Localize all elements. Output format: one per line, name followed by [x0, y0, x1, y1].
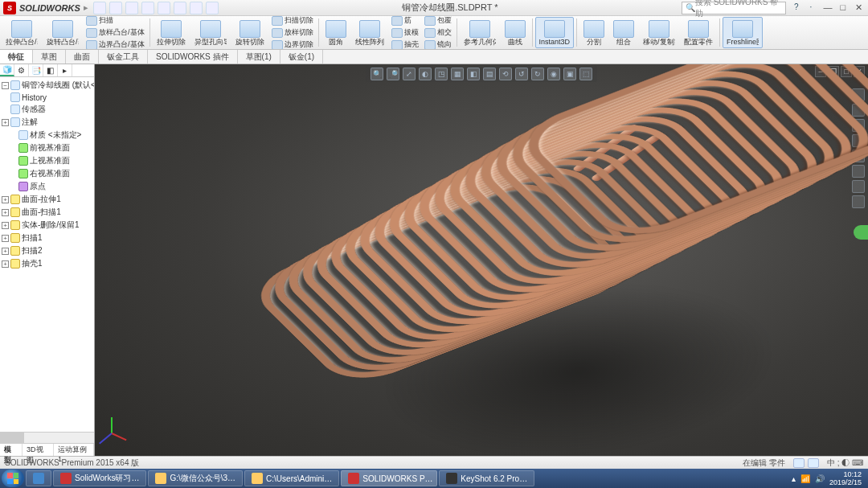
- ribbon-Instant3D[interactable]: Instant3D: [535, 17, 575, 48]
- ribbon-[interactable]: 移动/复制实体: [639, 17, 679, 48]
- ribbon-抽壳[interactable]: 抽壳: [389, 39, 421, 50]
- qat-redo-icon[interactable]: [174, 2, 186, 14]
- whatsnew-icon[interactable]: ·: [805, 2, 817, 14]
- ribbon-tab-草图(1)[interactable]: 草图(1): [238, 50, 280, 64]
- view-tool-3[interactable]: ◐: [419, 68, 432, 80]
- qat-open-icon[interactable]: [109, 2, 122, 14]
- view-tool-13[interactable]: ⬚: [579, 68, 592, 80]
- help-search-input[interactable]: 🔍 搜索 SOLIDWORKS 帮助: [682, 2, 786, 14]
- ribbon-tab-曲面[interactable]: 曲面: [66, 50, 99, 64]
- taskbar-item[interactable]: KeyShot 6.2 Pro…: [439, 470, 534, 486]
- brand-dropdown-icon[interactable]: ▸: [84, 2, 88, 13]
- ribbon-放样切除[interactable]: 放样切除: [269, 27, 316, 39]
- ribbon-扫描[interactable]: 扫描: [84, 16, 147, 27]
- feature-panel-hscroll[interactable]: [0, 432, 94, 443]
- taskbar-item[interactable]: SolidWorks研习…: [53, 470, 146, 486]
- view-tool-0[interactable]: 🔍: [371, 68, 383, 80]
- tree-node-原点[interactable]: 原点: [2, 180, 92, 193]
- ribbon-tab-钣金(1)[interactable]: 钣金(1): [280, 50, 323, 64]
- ribbon-包覆[interactable]: 包覆: [422, 16, 454, 27]
- task-pane-tab-6[interactable]: [852, 180, 865, 193]
- graphics-viewport[interactable]: 🔍🔎⤢◐◳▦◧▤⟲↺↻◉▣⬚ – ❐ □ ✕: [95, 64, 868, 456]
- ribbon-[interactable]: 组合: [609, 17, 638, 48]
- task-pane-tab-7[interactable]: [852, 195, 865, 208]
- close-button[interactable]: ✕: [852, 2, 865, 13]
- view-tool-12[interactable]: ▣: [563, 68, 576, 80]
- help-icon[interactable]: ?: [791, 2, 802, 14]
- ribbon-[interactable]: 线性阵列: [351, 17, 388, 48]
- ime-indicator[interactable]: 中 ; ◐ ⌨: [827, 457, 863, 469]
- view-tool-2[interactable]: ⤢: [403, 68, 416, 80]
- tree-toggle-icon[interactable]: +: [2, 260, 9, 268]
- view-tool-10[interactable]: ↻: [531, 68, 544, 80]
- view-tool-6[interactable]: ◧: [467, 68, 480, 80]
- ribbon-镜向[interactable]: 镜向: [422, 39, 454, 50]
- tree-toggle-icon[interactable]: +: [2, 248, 9, 255]
- maximize-button[interactable]: □: [837, 2, 850, 12]
- tray-network-icon[interactable]: 📶: [800, 474, 810, 483]
- view-tool-5[interactable]: ▦: [451, 68, 464, 80]
- orientation-triad[interactable]: [101, 408, 133, 440]
- minimize-button[interactable]: —: [821, 2, 834, 12]
- start-button[interactable]: [2, 470, 24, 487]
- ribbon-tab-SOLIDWORKS 插件[interactable]: SOLIDWORKS 插件: [148, 50, 238, 64]
- motion-tab-运动算例1[interactable]: 运动算例1: [54, 444, 94, 456]
- fm-tab-tree-icon[interactable]: 🧊: [0, 64, 14, 76]
- tree-toggle-icon[interactable]: +: [2, 222, 9, 229]
- tree-node-前视基准面[interactable]: 前视基准面: [2, 141, 92, 154]
- qat-rebuild-icon[interactable]: [206, 2, 219, 14]
- taskbar-clock[interactable]: 10:12 2019/2/15: [829, 470, 862, 486]
- qat-print-icon[interactable]: [141, 2, 154, 14]
- ribbon-放样凸台/基体[interactable]: 放样凸台/基体: [84, 27, 147, 39]
- taskbar-item[interactable]: C:\Users\Admini…: [244, 470, 339, 486]
- ribbon-[interactable]: 圆角: [321, 17, 350, 48]
- taskbar-item[interactable]: [26, 470, 51, 486]
- qat-save-icon[interactable]: [125, 2, 138, 14]
- task-pane-tab-5[interactable]: [852, 165, 865, 178]
- ribbon-筋[interactable]: 筋: [389, 16, 421, 27]
- fm-tab-more-icon[interactable]: ▸: [58, 64, 72, 76]
- tree-root[interactable]: −铜管冷却线圈 (默认<<默认>_显: [2, 79, 92, 92]
- qat-new-icon[interactable]: [93, 2, 106, 14]
- motion-tab-3D视图[interactable]: 3D视图: [23, 444, 54, 456]
- tree-toggle-icon[interactable]: −: [2, 82, 9, 89]
- qat-options-icon[interactable]: [190, 2, 203, 14]
- tree-node-History[interactable]: History: [2, 92, 92, 103]
- qat-undo-icon[interactable]: [158, 2, 170, 14]
- status-custom-icon[interactable]: [808, 458, 819, 468]
- ribbon-相交[interactable]: 相交: [422, 27, 454, 39]
- ribbon-边界切除[interactable]: 边界切除: [269, 39, 316, 50]
- tree-node-实体-删除/保留1[interactable]: +实体-删除/保留1: [2, 219, 92, 232]
- view-tool-11[interactable]: ◉: [547, 68, 560, 80]
- ribbon-扫描切除[interactable]: 扫描切除: [269, 16, 316, 27]
- status-unit-icon[interactable]: [793, 458, 805, 468]
- view-tool-4[interactable]: ◳: [435, 68, 448, 80]
- ribbon-[interactable]: 拉伸凸台/基体: [2, 17, 42, 48]
- tree-node-曲面-拉伸1[interactable]: +曲面-拉伸1: [2, 193, 92, 206]
- tree-node-注解[interactable]: +注解: [2, 116, 92, 129]
- ribbon-[interactable]: 参考几何体: [460, 17, 500, 48]
- ribbon-[interactable]: 旋转凸台/基体: [43, 17, 83, 48]
- tree-toggle-icon[interactable]: +: [2, 235, 9, 242]
- tree-node-传感器[interactable]: 传感器: [2, 103, 92, 116]
- tree-toggle-icon[interactable]: +: [2, 196, 9, 203]
- fm-tab-config-icon[interactable]: 📑: [29, 64, 43, 76]
- taskbar-item[interactable]: G:\微信公众号\3…: [148, 470, 243, 486]
- motion-tab-模型[interactable]: 模型: [0, 444, 23, 456]
- ribbon-tab-钣金工具[interactable]: 钣金工具: [99, 50, 148, 64]
- ribbon-[interactable]: 分割: [579, 17, 608, 48]
- view-tool-8[interactable]: ⟲: [499, 68, 512, 80]
- ribbon-[interactable]: 配置零件: [680, 17, 717, 48]
- tree-toggle-icon[interactable]: +: [2, 209, 9, 216]
- ribbon-边界凸台/基体[interactable]: 边界凸台/基体: [84, 39, 147, 50]
- taskbar-item[interactable]: SOLIDWORKS P…: [341, 470, 437, 486]
- ribbon-tab-特征[interactable]: 特征: [0, 50, 33, 64]
- ribbon-[interactable]: 异型孔向导: [190, 17, 231, 48]
- view-tool-9[interactable]: ↺: [515, 68, 528, 80]
- ribbon-tab-草图[interactable]: 草图: [33, 50, 66, 64]
- tree-node-扫描1[interactable]: +扫描1: [2, 232, 92, 244]
- view-tool-7[interactable]: ▤: [483, 68, 496, 80]
- tray-sound-icon[interactable]: 🔊: [815, 474, 825, 483]
- tree-node-抽壳1[interactable]: +抽壳1: [2, 257, 92, 270]
- tray-up-icon[interactable]: ▴: [792, 474, 796, 483]
